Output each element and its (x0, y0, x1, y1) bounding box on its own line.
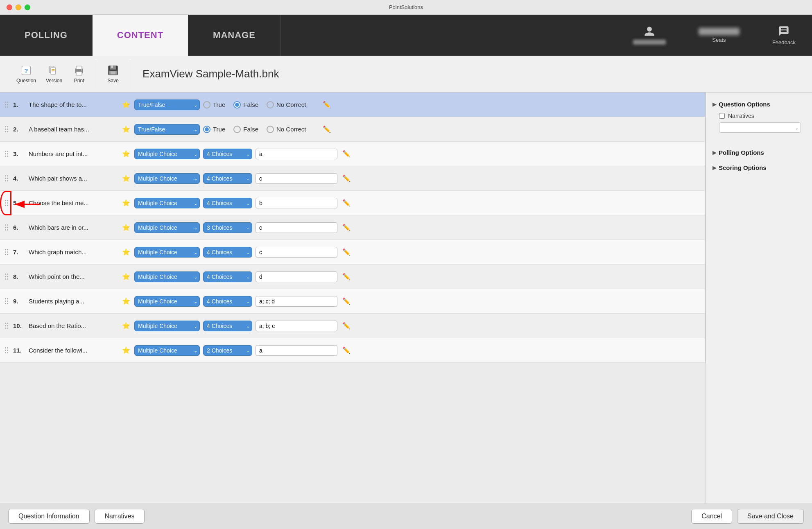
narratives-checkbox[interactable] (719, 113, 725, 119)
answer-input[interactable] (256, 296, 337, 307)
close-button[interactable] (7, 5, 12, 10)
drag-handle[interactable] (3, 174, 10, 183)
choices-select[interactable]: 4 Choices (203, 149, 252, 159)
drag-handle[interactable] (3, 296, 10, 306)
type-select[interactable]: True/False (134, 99, 200, 110)
true-radio-group[interactable]: True (203, 126, 225, 133)
nav-user[interactable] (617, 26, 682, 45)
false-radio-group[interactable]: False (233, 101, 258, 109)
edit-button[interactable]: ✏️ (341, 173, 352, 184)
type-select[interactable]: Multiple Choice (134, 198, 200, 208)
choices-select[interactable]: 4 Choices (203, 321, 252, 331)
maximize-button[interactable] (25, 5, 30, 10)
save-button[interactable]: Save (103, 63, 123, 85)
table-row[interactable]: 2.A baseball team has...⭐True/False⌃True… (0, 117, 705, 142)
table-row[interactable]: 10.Based on the Ratio...⭐Multiple Choice… (0, 314, 705, 338)
false-radio[interactable] (233, 101, 241, 109)
scoring-options-header[interactable]: ▶ Scoring Options (712, 164, 805, 171)
question-info-button[interactable]: Question Information (8, 509, 90, 524)
edit-button[interactable]: ✏️ (341, 296, 352, 307)
nav-seats[interactable]: Seats (682, 28, 756, 43)
drag-handle[interactable] (3, 100, 10, 109)
nav-content[interactable]: CONTENT (93, 15, 188, 56)
edit-button[interactable]: ✏️ (341, 246, 352, 258)
cancel-button[interactable]: Cancel (691, 509, 732, 524)
no-correct-radio-group[interactable]: No Correct (267, 126, 306, 133)
narratives-button[interactable]: Narratives (95, 509, 145, 524)
edit-button[interactable]: ✏️ (341, 222, 352, 233)
type-select[interactable]: Multiple Choice (134, 173, 200, 184)
true-radio[interactable] (203, 126, 210, 133)
polling-options-header[interactable]: ▶ Polling Options (712, 149, 805, 156)
nav-manage[interactable]: MANAGE (188, 15, 280, 56)
question-options-header[interactable]: ▶ Question Options (712, 101, 805, 108)
answer-input[interactable] (256, 321, 337, 331)
answer-input[interactable] (256, 198, 337, 208)
false-radio[interactable] (233, 126, 241, 133)
choices-select[interactable]: 4 Choices (203, 296, 252, 307)
row-number: 2. (13, 126, 25, 133)
drag-handle[interactable] (3, 346, 10, 355)
table-row[interactable]: 11.Consider the followi...⭐Multiple Choi… (0, 338, 705, 363)
drag-handle[interactable] (3, 321, 10, 330)
choices-select[interactable]: 4 Choices (203, 271, 252, 282)
type-select[interactable]: Multiple Choice (134, 321, 200, 331)
table-row[interactable]: 8.Which point on the...⭐Multiple Choice⌃… (0, 264, 705, 289)
no-correct-radio[interactable] (267, 101, 274, 109)
type-select[interactable]: Multiple Choice (134, 222, 200, 233)
answer-input[interactable] (256, 222, 337, 233)
no-correct-radio-group[interactable]: No Correct (267, 101, 306, 109)
answer-input[interactable] (256, 173, 337, 184)
nav-polling[interactable]: POLLING (0, 15, 93, 56)
choices-select[interactable]: 4 Choices (203, 247, 252, 258)
edit-button[interactable]: ✏️ (321, 124, 332, 135)
type-select[interactable]: Multiple Choice (134, 247, 200, 258)
question-button[interactable]: ? Question (13, 63, 39, 85)
table-row[interactable]: 5.Choose the best me...⭐Multiple Choice⌃… (0, 191, 705, 215)
true-radio[interactable] (203, 101, 210, 109)
type-select[interactable]: True/False (134, 124, 200, 135)
table-row[interactable]: 7.Which graph match...⭐Multiple Choice⌃4… (0, 240, 705, 264)
version-button[interactable]: Version (43, 63, 66, 85)
edit-button[interactable]: ✏️ (341, 197, 352, 208)
choices-select[interactable]: 4 Choices (203, 173, 252, 184)
answer-input[interactable] (256, 247, 337, 258)
save-close-button[interactable]: Save and Close (737, 509, 804, 524)
choices-select[interactable]: 3 Choices (203, 222, 252, 233)
table-row[interactable]: 9.Students playing a...⭐Multiple Choice⌃… (0, 289, 705, 314)
drag-handle[interactable] (3, 198, 10, 208)
choices-select[interactable]: 2 Choices (203, 345, 252, 356)
table-row[interactable]: 4.Which pair shows a...⭐Multiple Choice⌃… (0, 166, 705, 191)
edit-button[interactable]: ✏️ (341, 148, 352, 159)
true-radio-group[interactable]: True (203, 101, 225, 109)
drag-handle[interactable] (3, 272, 10, 281)
type-select[interactable]: Multiple Choice (134, 296, 200, 307)
answer-input[interactable] (256, 271, 337, 282)
type-select[interactable]: Multiple Choice (134, 149, 200, 159)
type-select[interactable]: Multiple Choice (134, 271, 200, 282)
table-row[interactable]: 6.Which bars are in or...⭐Multiple Choic… (0, 215, 705, 240)
drag-handle[interactable] (3, 149, 10, 158)
answer-input[interactable] (256, 345, 337, 356)
edit-button[interactable]: ✏️ (341, 345, 352, 356)
table-row[interactable]: 3.Numbers are put int...⭐Multiple Choice… (0, 142, 705, 166)
false-radio-group[interactable]: False (233, 126, 258, 133)
edit-button[interactable]: ✏️ (321, 99, 332, 110)
drag-handle[interactable] (3, 247, 10, 257)
choices-select[interactable]: 4 Choices (203, 198, 252, 208)
drag-handle[interactable] (3, 124, 10, 134)
minimize-button[interactable] (16, 5, 21, 10)
feedback-icon (778, 25, 789, 37)
answer-input[interactable] (256, 149, 337, 159)
nav-feedback[interactable]: Feedback (756, 25, 812, 45)
choices-select-wrapper: 2 Choices⌃ (203, 345, 252, 356)
edit-button[interactable]: ✏️ (341, 271, 352, 282)
no-correct-radio[interactable] (267, 126, 274, 133)
table-row[interactable]: 1.The shape of the to...⭐True/False⌃True… (0, 93, 705, 117)
narratives-select[interactable] (719, 122, 801, 133)
scoring-options-section: ▶ Scoring Options (712, 164, 805, 171)
edit-button[interactable]: ✏️ (341, 320, 352, 331)
print-button[interactable]: Print (69, 63, 89, 85)
drag-handle[interactable] (3, 223, 10, 232)
type-select[interactable]: Multiple Choice (134, 345, 200, 356)
